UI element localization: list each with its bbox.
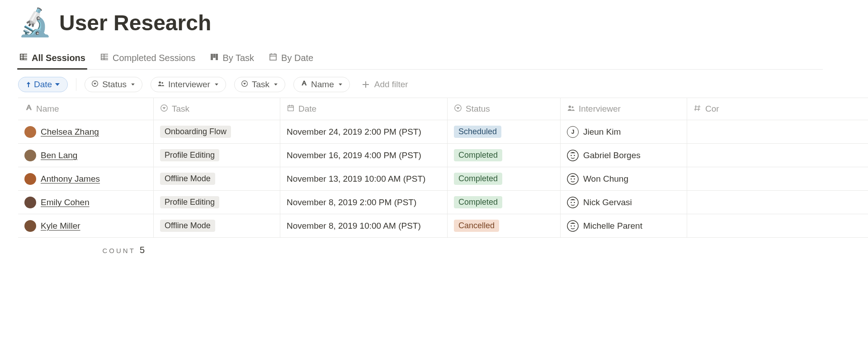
task-tag: Offline Mode xyxy=(160,173,215,185)
cell-task[interactable]: Profile Editing xyxy=(154,144,280,167)
tab-label: All Sessions xyxy=(32,53,85,63)
plus-icon xyxy=(362,80,370,89)
row-title[interactable]: Anthony James xyxy=(41,174,100,184)
column-header-status[interactable]: Status xyxy=(448,98,561,120)
task-tag: Profile Editing xyxy=(160,196,219,208)
cell-cor[interactable] xyxy=(687,167,723,190)
cell-interviewer[interactable]: Michelle Parent xyxy=(561,214,687,237)
cell-cor[interactable] xyxy=(687,214,723,237)
svg-point-14 xyxy=(574,178,575,179)
page-icon[interactable]: 🔬 xyxy=(18,9,52,36)
filter-label: Status xyxy=(102,80,127,89)
svg-point-2 xyxy=(161,82,163,84)
tab-completed-sessions[interactable]: Completed Sessions xyxy=(99,49,196,69)
row-title[interactable]: Chelsea Zhang xyxy=(41,127,99,137)
page-title[interactable]: User Research xyxy=(59,10,211,35)
table-row[interactable]: Kyle MillerOffline ModeNovember 8, 2019 … xyxy=(18,214,868,238)
cell-date[interactable]: November 8, 2019 10:00 AM (PST) xyxy=(280,214,448,237)
table-row[interactable]: Ben LangProfile EditingNovember 16, 2019… xyxy=(18,144,868,167)
cell-cor[interactable] xyxy=(687,120,723,143)
date-icon xyxy=(287,104,295,114)
cell-date[interactable]: November 16, 2019 4:00 PM (PST) xyxy=(280,144,448,167)
cell-status[interactable]: Cancelled xyxy=(448,214,561,237)
interviewer-name: Jieun Kim xyxy=(583,127,621,137)
cell-date[interactable]: November 8, 2019 2:00 PM (PST) xyxy=(280,191,448,214)
select-icon xyxy=(91,80,99,89)
table-header: NameTaskDateStatusInterviewerCor xyxy=(18,98,868,120)
status-badge: Completed xyxy=(454,173,502,185)
filter-label: Interviewer xyxy=(168,80,210,89)
cell-status[interactable]: Completed xyxy=(448,144,561,167)
cell-name[interactable]: Kyle Miller xyxy=(18,214,154,237)
cell-task[interactable]: Onboarding Flow xyxy=(154,120,280,143)
cell-date[interactable]: November 24, 2019 2:00 PM (PST) xyxy=(280,120,448,143)
cell-name[interactable]: Chelsea Zhang xyxy=(18,120,154,143)
column-header-interviewer[interactable]: Interviewer xyxy=(561,98,687,120)
row-title[interactable]: Ben Lang xyxy=(41,150,77,160)
cell-cor[interactable] xyxy=(687,191,723,214)
cell-task[interactable]: Offline Mode xyxy=(154,167,280,190)
column-label: Status xyxy=(466,104,490,114)
chevron-down-icon xyxy=(338,81,343,88)
row-title[interactable]: Emily Cohen xyxy=(41,198,90,207)
avatar xyxy=(24,150,36,161)
filter-chip-task[interactable]: Task xyxy=(234,77,285,92)
cell-status[interactable]: Scheduled xyxy=(448,120,561,143)
date-value: November 24, 2019 2:00 PM (PST) xyxy=(287,127,421,137)
sort-ascending-icon xyxy=(25,81,32,88)
view-tabs: All SessionsCompleted SessionsBy TaskBy … xyxy=(18,49,823,70)
cell-status[interactable]: Completed xyxy=(448,191,561,214)
cell-interviewer[interactable]: JJieun Kim xyxy=(561,120,687,143)
cell-name[interactable]: Emily Cohen xyxy=(18,191,154,214)
cell-task[interactable]: Profile Editing xyxy=(154,191,280,214)
cell-date[interactable]: November 13, 2019 10:00 AM (PST) xyxy=(280,167,448,190)
column-label: Name xyxy=(36,104,59,114)
tab-label: By Task xyxy=(222,53,254,63)
table-row[interactable]: Anthony JamesOffline ModeNovember 13, 20… xyxy=(18,167,868,191)
table-row[interactable]: Chelsea ZhangOnboarding FlowNovember 24,… xyxy=(18,120,868,144)
column-header-name[interactable]: Name xyxy=(18,98,154,120)
row-title[interactable]: Kyle Miller xyxy=(41,221,80,231)
tab-by-task[interactable]: By Task xyxy=(209,49,255,69)
tab-by-date[interactable]: By Date xyxy=(268,49,314,69)
column-header-cor[interactable]: Cor xyxy=(687,98,723,120)
svg-point-15 xyxy=(567,197,578,208)
svg-point-17 xyxy=(574,202,575,203)
avatar xyxy=(567,197,579,208)
filter-chip-interviewer[interactable]: Interviewer xyxy=(151,77,226,92)
svg-point-8 xyxy=(572,106,574,108)
interviewer-name: Michelle Parent xyxy=(583,221,642,231)
text-icon xyxy=(300,80,307,89)
tab-all-sessions[interactable]: All Sessions xyxy=(18,49,86,69)
task-tag: Onboarding Flow xyxy=(160,126,231,138)
cell-status[interactable]: Completed xyxy=(448,167,561,190)
sort-chip-date[interactable]: Date xyxy=(18,77,68,92)
page-header: 🔬 User Research xyxy=(18,9,868,36)
column-header-task[interactable]: Task xyxy=(154,98,280,120)
avatar: J xyxy=(567,126,579,138)
tab-label: Completed Sessions xyxy=(113,53,195,63)
filter-chip-name[interactable]: Name xyxy=(293,77,350,92)
status-badge: Cancelled xyxy=(454,220,499,232)
cell-task[interactable]: Offline Mode xyxy=(154,214,280,237)
count-cell[interactable]: COUNT 5 xyxy=(18,245,154,255)
cell-name[interactable]: Ben Lang xyxy=(18,144,154,167)
people-icon xyxy=(567,104,575,114)
filter-chip-status[interactable]: Status xyxy=(85,77,142,92)
column-header-date[interactable]: Date xyxy=(280,98,448,120)
svg-point-10 xyxy=(571,155,572,156)
cell-interviewer[interactable]: Won Chung xyxy=(561,167,687,190)
cell-cor[interactable] xyxy=(687,144,723,167)
filter-label: Name xyxy=(311,80,334,89)
date-value: November 8, 2019 10:00 AM (PST) xyxy=(287,221,421,231)
date-value: November 13, 2019 10:00 AM (PST) xyxy=(287,174,425,184)
cell-interviewer[interactable]: Gabriel Borges xyxy=(561,144,687,167)
column-label: Date xyxy=(298,104,316,114)
cell-name[interactable]: Anthony James xyxy=(18,167,154,190)
interviewer-name: Gabriel Borges xyxy=(583,150,641,160)
divider xyxy=(76,78,76,91)
add-filter-button[interactable]: Add filter xyxy=(358,78,412,91)
people-icon xyxy=(157,80,165,89)
cell-interviewer[interactable]: Nick Gervasi xyxy=(561,191,687,214)
table-row[interactable]: Emily CohenProfile EditingNovember 8, 20… xyxy=(18,191,868,214)
